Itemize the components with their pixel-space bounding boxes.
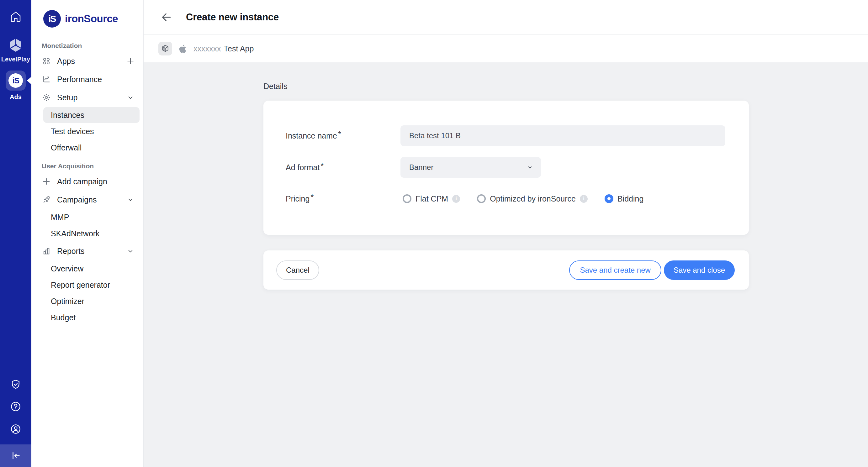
sidebar-item-label: Setup bbox=[57, 93, 126, 102]
sidebar-item-optimizer[interactable]: Optimizer bbox=[43, 293, 140, 309]
sidebar-item-label: Apps bbox=[57, 57, 126, 66]
page-title: Create new instance bbox=[186, 11, 279, 23]
sidebar: iS ironSource Monetization Apps bbox=[31, 0, 144, 467]
ironsource-logo-text: ironSource bbox=[65, 13, 118, 25]
unity-cube-icon bbox=[7, 37, 24, 53]
sidebar-item-campaigns[interactable]: Campaigns bbox=[31, 191, 143, 209]
sidebar-subitem-label: Optimizer bbox=[51, 297, 84, 306]
details-card: Instance name Ad format Banner bbox=[264, 101, 749, 235]
rail-item-label: LevelPlay bbox=[1, 56, 30, 63]
main-area: Create new instance xxxxxxx Test App Det… bbox=[143, 0, 868, 467]
sidebar-subitem-label: Report generator bbox=[51, 280, 110, 290]
sidebar-subitem-label: MMP bbox=[51, 213, 69, 222]
save-and-create-new-button[interactable]: Save and create new bbox=[569, 261, 661, 280]
sidebar-item-apps[interactable]: Apps bbox=[31, 52, 143, 70]
pricing-row: Pricing Flat CPM i Optimized by ironSour… bbox=[286, 190, 732, 207]
instance-name-label: Instance name bbox=[286, 131, 400, 140]
sidebar-item-label: Reports bbox=[57, 247, 126, 256]
ad-format-select[interactable]: Banner bbox=[400, 157, 541, 178]
pricing-option-optimized[interactable]: Optimized by ironSource i bbox=[477, 194, 588, 203]
radio-unselected-icon[interactable] bbox=[403, 194, 411, 203]
sidebar-item-label: Performance bbox=[57, 75, 134, 84]
gear-icon bbox=[42, 93, 51, 102]
rocket-icon bbox=[42, 195, 51, 204]
chevron-down-icon bbox=[126, 196, 134, 204]
info-icon[interactable]: i bbox=[452, 195, 460, 203]
sidebar-item-setup[interactable]: Setup bbox=[31, 89, 143, 106]
pricing-option-flat-cpm[interactable]: Flat CPM i bbox=[403, 194, 460, 203]
sidebar-item-skadnetwork[interactable]: SKAdNetwork bbox=[43, 226, 140, 241]
app-context-bar: xxxxxxx Test App bbox=[143, 35, 868, 63]
ironsource-logo-icon: iS bbox=[43, 10, 61, 28]
sidebar-subitem-label: Test devices bbox=[51, 127, 94, 136]
pricing-option-bidding[interactable]: Bidding bbox=[604, 194, 644, 203]
sidebar-item-label: Campaigns bbox=[57, 195, 126, 204]
sidebar-subitem-label: Overview bbox=[51, 264, 84, 273]
section-label-user-acquisition: User Acquisition bbox=[42, 162, 143, 170]
collapse-arrow-icon bbox=[10, 451, 21, 461]
radio-unselected-icon[interactable] bbox=[477, 194, 486, 203]
chevron-down-icon bbox=[126, 93, 134, 102]
account-icon[interactable] bbox=[10, 423, 22, 435]
sidebar-item-performance[interactable]: Performance bbox=[31, 70, 143, 89]
pricing-option-label: Optimized by ironSource bbox=[490, 194, 576, 203]
sidebar-item-instances[interactable]: Instances bbox=[43, 107, 140, 123]
apple-platform-icon bbox=[178, 43, 188, 54]
sidebar-item-reports[interactable]: Reports bbox=[31, 242, 143, 260]
ad-format-value: Banner bbox=[409, 163, 433, 172]
pricing-option-label: Bidding bbox=[617, 194, 644, 203]
actions-right-group: Save and create new Save and close bbox=[569, 261, 735, 280]
content-area: Details Instance name Ad format Banner bbox=[143, 62, 868, 467]
chevron-down-icon bbox=[527, 164, 533, 171]
add-app-icon[interactable] bbox=[126, 57, 134, 65]
sidebar-subitem-label: SKAdNetwork bbox=[51, 229, 100, 238]
line-chart-icon bbox=[42, 75, 51, 84]
bar-chart-icon bbox=[42, 246, 51, 256]
plus-icon bbox=[42, 177, 51, 186]
sidebar-item-budget[interactable]: Budget bbox=[43, 310, 140, 325]
pricing-label: Pricing bbox=[286, 194, 400, 203]
rail-item-label: Ads bbox=[10, 93, 22, 101]
sidebar-item-label: Add campaign bbox=[57, 177, 134, 186]
details-section-title: Details bbox=[264, 82, 287, 91]
create-instance-page: LevelPlay iS Ads bbox=[0, 0, 868, 467]
instance-name-input[interactable] bbox=[400, 125, 725, 146]
active-product-notch bbox=[27, 76, 32, 85]
ads-tile: iS bbox=[6, 70, 26, 91]
ironsource-logo[interactable]: iS ironSource bbox=[31, 0, 143, 28]
app-cube-icon bbox=[158, 42, 172, 56]
page-header: Create new instance bbox=[143, 0, 868, 35]
apps-grid-icon bbox=[42, 57, 51, 66]
sidebar-item-offerwall[interactable]: Offerwall bbox=[43, 140, 140, 156]
chevron-down-icon bbox=[126, 247, 134, 255]
collapse-rail-button[interactable] bbox=[0, 444, 31, 467]
home-icon[interactable] bbox=[9, 10, 22, 23]
sidebar-subitem-label: Budget bbox=[51, 313, 75, 322]
rail-item-ads[interactable]: iS Ads bbox=[0, 70, 31, 101]
instance-name-row: Instance name bbox=[286, 125, 732, 146]
app-rail: LevelPlay iS Ads bbox=[0, 0, 31, 467]
sidebar-item-add-campaign[interactable]: Add campaign bbox=[31, 172, 143, 191]
sidebar-item-test-devices[interactable]: Test devices bbox=[43, 124, 140, 139]
info-icon[interactable]: i bbox=[580, 195, 588, 203]
sidebar-item-overview[interactable]: Overview bbox=[43, 261, 140, 276]
privacy-shield-icon[interactable] bbox=[10, 378, 22, 391]
ironsource-monogram-icon: iS bbox=[8, 73, 23, 88]
sidebar-item-mmp[interactable]: MMP bbox=[43, 209, 140, 225]
ad-format-label: Ad format bbox=[286, 163, 400, 172]
save-and-close-button[interactable]: Save and close bbox=[664, 261, 735, 280]
back-button[interactable] bbox=[160, 10, 174, 24]
sidebar-item-report-generator[interactable]: Report generator bbox=[43, 277, 140, 293]
app-name: Test App bbox=[224, 44, 254, 53]
ad-format-row: Ad format Banner bbox=[286, 157, 732, 178]
actions-card: Cancel Save and create new Save and clos… bbox=[264, 251, 749, 290]
app-id-masked: xxxxxxx bbox=[193, 44, 221, 53]
sidebar-subitem-label: Instances bbox=[51, 111, 84, 120]
sidebar-subitem-label: Offerwall bbox=[51, 143, 82, 152]
rail-item-levelplay[interactable]: LevelPlay bbox=[0, 37, 31, 63]
radio-selected-icon[interactable] bbox=[604, 194, 613, 203]
cancel-button[interactable]: Cancel bbox=[276, 261, 319, 280]
pricing-option-label: Flat CPM bbox=[415, 194, 448, 203]
help-icon[interactable] bbox=[10, 401, 22, 412]
section-label-monetization: Monetization bbox=[42, 42, 143, 50]
